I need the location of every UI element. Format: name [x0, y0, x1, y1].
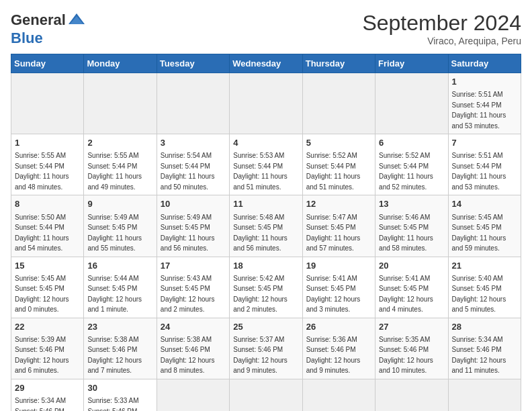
calendar-cell — [84, 73, 157, 134]
day-number: 11 — [233, 198, 298, 210]
day-number: 8 — [15, 198, 80, 210]
day-number: 1 — [452, 76, 517, 88]
day-info: Sunrise: 5:39 AMSunset: 5:46 PMDaylight:… — [15, 336, 69, 375]
calendar-cell — [230, 73, 302, 134]
day-number: 25 — [233, 321, 298, 333]
day-number: 21 — [452, 260, 517, 272]
location-subtitle: Viraco, Arequipa, Peru — [362, 36, 521, 46]
calendar-cell: 27 Sunrise: 5:35 AMSunset: 5:46 PMDaylig… — [375, 318, 448, 379]
day-number: 23 — [87, 321, 152, 333]
calendar-cell — [375, 73, 448, 134]
calendar-cell: 2 Sunrise: 5:55 AMSunset: 5:44 PMDayligh… — [84, 134, 157, 195]
day-number: 2 — [87, 137, 152, 149]
day-header-saturday: Saturday — [448, 54, 521, 73]
calendar-cell — [302, 379, 375, 411]
title-block: September 2024 Viraco, Arequipa, Peru — [362, 11, 521, 46]
day-info: Sunrise: 5:45 AMSunset: 5:45 PMDaylight:… — [452, 214, 506, 253]
day-info: Sunrise: 5:33 AMSunset: 5:46 PMDaylight:… — [87, 397, 142, 411]
day-info: Sunrise: 5:52 AMSunset: 5:44 PMDaylight:… — [306, 152, 361, 191]
day-header-wednesday: Wednesday — [230, 54, 302, 73]
calendar-table: SundayMondayTuesdayWednesdayThursdayFrid… — [11, 54, 521, 411]
calendar-week-5: 22 Sunrise: 5:39 AMSunset: 5:46 PMDaylig… — [11, 318, 521, 379]
day-header-sunday: Sunday — [11, 54, 84, 73]
calendar-cell: 8 Sunrise: 5:50 AMSunset: 5:44 PMDayligh… — [11, 195, 84, 257]
calendar-week-2: 1 Sunrise: 5:55 AMSunset: 5:44 PMDayligh… — [11, 134, 521, 195]
calendar-cell: 22 Sunrise: 5:39 AMSunset: 5:46 PMDaylig… — [11, 318, 84, 379]
calendar-cell: 1 Sunrise: 5:55 AMSunset: 5:44 PMDayligh… — [11, 134, 84, 195]
calendar-cell: 28 Sunrise: 5:34 AMSunset: 5:46 PMDaylig… — [448, 318, 521, 379]
calendar-cell: 12 Sunrise: 5:47 AMSunset: 5:45 PMDaylig… — [302, 195, 375, 257]
day-number: 14 — [452, 198, 517, 210]
day-number: 24 — [161, 321, 226, 333]
day-info: Sunrise: 5:38 AMSunset: 5:46 PMDaylight:… — [161, 336, 215, 375]
day-info: Sunrise: 5:42 AMSunset: 5:45 PMDaylight:… — [233, 275, 287, 314]
calendar-cell: 5 Sunrise: 5:52 AMSunset: 5:44 PMDayligh… — [302, 134, 375, 195]
logo-icon — [67, 11, 86, 30]
calendar-cell — [302, 73, 375, 134]
calendar-cell — [230, 379, 302, 411]
day-number: 17 — [161, 260, 226, 272]
day-number: 6 — [379, 137, 444, 149]
day-info: Sunrise: 5:46 AMSunset: 5:45 PMDaylight:… — [379, 214, 433, 253]
day-info: Sunrise: 5:44 AMSunset: 5:45 PMDaylight:… — [87, 275, 142, 314]
day-info: Sunrise: 5:35 AMSunset: 5:46 PMDaylight:… — [379, 336, 433, 375]
day-info: Sunrise: 5:45 AMSunset: 5:45 PMDaylight:… — [15, 275, 69, 314]
calendar-cell — [157, 379, 229, 411]
day-info: Sunrise: 5:34 AMSunset: 5:46 PMDaylight:… — [452, 336, 506, 375]
day-number: 26 — [306, 321, 371, 333]
calendar-cell: 24 Sunrise: 5:38 AMSunset: 5:46 PMDaylig… — [157, 318, 229, 379]
day-header-friday: Friday — [375, 54, 448, 73]
day-info: Sunrise: 5:37 AMSunset: 5:46 PMDaylight:… — [233, 336, 287, 375]
calendar-cell — [375, 379, 448, 411]
calendar-cell: 4 Sunrise: 5:53 AMSunset: 5:44 PMDayligh… — [230, 134, 302, 195]
day-info: Sunrise: 5:53 AMSunset: 5:44 PMDaylight:… — [233, 152, 287, 191]
calendar-cell: 3 Sunrise: 5:54 AMSunset: 5:44 PMDayligh… — [157, 134, 229, 195]
calendar-cell: 21 Sunrise: 5:40 AMSunset: 5:45 PMDaylig… — [448, 257, 521, 318]
day-number: 22 — [15, 321, 80, 333]
day-number: 9 — [87, 198, 152, 210]
day-number: 19 — [306, 260, 371, 272]
calendar-cell: 23 Sunrise: 5:38 AMSunset: 5:46 PMDaylig… — [84, 318, 157, 379]
day-number: 1 — [15, 137, 80, 149]
calendar-cell: 20 Sunrise: 5:41 AMSunset: 5:45 PMDaylig… — [375, 257, 448, 318]
calendar-cell — [157, 73, 229, 134]
day-info: Sunrise: 5:51 AMSunset: 5:44 PMDaylight:… — [452, 152, 506, 191]
logo-blue-text: Blue — [11, 30, 43, 47]
logo: General Blue — [11, 11, 86, 47]
day-info: Sunrise: 5:55 AMSunset: 5:44 PMDaylight:… — [15, 152, 69, 191]
day-info: Sunrise: 5:49 AMSunset: 5:45 PMDaylight:… — [87, 214, 142, 253]
day-header-monday: Monday — [84, 54, 157, 73]
day-number: 29 — [15, 382, 80, 394]
calendar-week-4: 15 Sunrise: 5:45 AMSunset: 5:45 PMDaylig… — [11, 257, 521, 318]
day-info: Sunrise: 5:48 AMSunset: 5:45 PMDaylight:… — [233, 214, 287, 253]
calendar-cell: 1 Sunrise: 5:51 AMSunset: 5:44 PMDayligh… — [448, 73, 521, 134]
calendar-cell: 19 Sunrise: 5:41 AMSunset: 5:45 PMDaylig… — [302, 257, 375, 318]
day-info: Sunrise: 5:49 AMSunset: 5:45 PMDaylight:… — [161, 214, 215, 253]
calendar-cell: 16 Sunrise: 5:44 AMSunset: 5:45 PMDaylig… — [84, 257, 157, 318]
day-number: 7 — [452, 137, 517, 149]
month-title: September 2024 — [362, 11, 521, 36]
calendar-cell: 15 Sunrise: 5:45 AMSunset: 5:45 PMDaylig… — [11, 257, 84, 318]
page-header: General Blue September 2024 Viraco, Areq… — [11, 11, 521, 47]
day-info: Sunrise: 5:40 AMSunset: 5:45 PMDaylight:… — [452, 275, 506, 314]
day-info: Sunrise: 5:38 AMSunset: 5:46 PMDaylight:… — [87, 336, 142, 375]
day-info: Sunrise: 5:41 AMSunset: 5:45 PMDaylight:… — [306, 275, 361, 314]
day-number: 3 — [161, 137, 226, 149]
calendar-week-6: 29 Sunrise: 5:34 AMSunset: 5:46 PMDaylig… — [11, 379, 521, 411]
calendar-cell: 7 Sunrise: 5:51 AMSunset: 5:44 PMDayligh… — [448, 134, 521, 195]
calendar-cell: 14 Sunrise: 5:45 AMSunset: 5:45 PMDaylig… — [448, 195, 521, 257]
day-info: Sunrise: 5:52 AMSunset: 5:44 PMDaylight:… — [379, 152, 433, 191]
day-number: 12 — [306, 198, 371, 210]
day-number: 10 — [161, 198, 226, 210]
calendar-cell — [448, 379, 521, 411]
calendar-cell: 13 Sunrise: 5:46 AMSunset: 5:45 PMDaylig… — [375, 195, 448, 257]
day-number: 28 — [452, 321, 517, 333]
logo-general-text: General — [11, 11, 66, 29]
day-info: Sunrise: 5:50 AMSunset: 5:44 PMDaylight:… — [15, 214, 69, 253]
day-info: Sunrise: 5:36 AMSunset: 5:46 PMDaylight:… — [306, 336, 361, 375]
calendar-cell: 17 Sunrise: 5:43 AMSunset: 5:45 PMDaylig… — [157, 257, 229, 318]
day-number: 5 — [306, 137, 371, 149]
calendar-cell: 6 Sunrise: 5:52 AMSunset: 5:44 PMDayligh… — [375, 134, 448, 195]
calendar-week-3: 8 Sunrise: 5:50 AMSunset: 5:44 PMDayligh… — [11, 195, 521, 257]
day-header-tuesday: Tuesday — [157, 54, 229, 73]
